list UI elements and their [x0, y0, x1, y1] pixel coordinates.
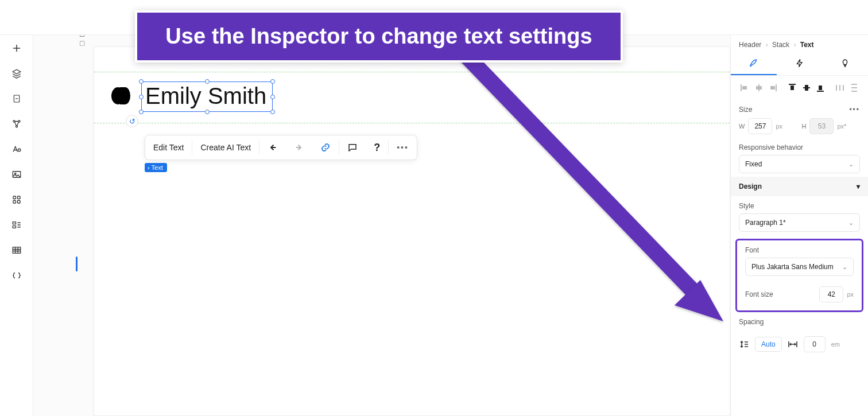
distribute-h-icon[interactable]: [834, 81, 846, 94]
svg-rect-12: [13, 222, 16, 224]
svg-rect-32: [851, 91, 857, 92]
more-icon[interactable]: •••: [389, 135, 417, 160]
breadcrumb-stack[interactable]: Stack: [772, 41, 789, 49]
image-icon[interactable]: [10, 168, 23, 181]
layers-icon[interactable]: [10, 67, 23, 80]
tab-design[interactable]: [731, 53, 777, 75]
page-icon[interactable]: [10, 92, 23, 105]
link-icon[interactable]: [312, 135, 339, 160]
canvas-area[interactable]: Desktop (Primary) Emily Smith ↺: [33, 35, 730, 416]
selected-text-value: Emily Smith: [145, 83, 266, 108]
resize-handle-bl[interactable]: [139, 110, 144, 114]
breadcrumb-text: Text: [800, 41, 814, 49]
rotate-handle[interactable]: ↺: [126, 115, 138, 127]
svg-rect-30: [851, 84, 857, 85]
height-input[interactable]: 53: [809, 118, 834, 134]
inspector-tabs: [731, 53, 868, 76]
letter-spacing-icon[interactable]: [788, 339, 798, 349]
font-label: Font: [745, 246, 759, 254]
device-label: Desktop (Primary): [78, 35, 86, 46]
svg-rect-24: [805, 85, 808, 91]
comment-icon[interactable]: [339, 135, 366, 160]
size-label: Size: [739, 106, 752, 114]
add-element-icon[interactable]: [10, 42, 23, 55]
svg-rect-20: [770, 86, 775, 90]
tab-interactions[interactable]: [777, 53, 823, 75]
style-select[interactable]: Paragraph 1*⌄: [739, 213, 860, 232]
align-middle-icon[interactable]: [801, 81, 812, 94]
letter-spacing-input[interactable]: 0: [804, 336, 826, 352]
font-settings-highlight: Font Plus Jakarta Sans Medium⌄ Font size…: [735, 239, 863, 312]
size-more-icon[interactable]: •••: [849, 106, 860, 114]
resize-handle-ml[interactable]: [139, 95, 144, 99]
distribute-v-icon[interactable]: [848, 81, 860, 94]
svg-rect-13: [13, 226, 16, 228]
back-icon[interactable]: [259, 135, 286, 160]
align-left-icon[interactable]: [739, 81, 750, 94]
align-top-icon[interactable]: [786, 81, 798, 94]
forward-icon[interactable]: [286, 135, 312, 160]
svg-rect-18: [756, 86, 762, 90]
line-height-icon[interactable]: [739, 339, 749, 349]
scroll-indicator: [76, 256, 78, 271]
align-right-icon[interactable]: [767, 81, 778, 94]
svg-rect-28: [839, 85, 840, 91]
width-input[interactable]: 257: [748, 118, 772, 134]
tab-ideas[interactable]: [822, 53, 868, 75]
breadcrumb-header[interactable]: Header: [739, 41, 761, 49]
left-toolbar: [0, 35, 33, 416]
responsive-select[interactable]: Fixed⌄: [739, 155, 860, 173]
resize-handle-bm[interactable]: [205, 110, 210, 114]
font-size-label: Font size: [745, 290, 773, 298]
svg-rect-31: [851, 87, 857, 88]
code-icon[interactable]: [10, 269, 23, 282]
components-icon[interactable]: [10, 118, 23, 130]
alignment-row: [731, 76, 868, 100]
svg-point-5: [18, 149, 21, 151]
line-height-auto[interactable]: Auto: [755, 337, 782, 352]
typography-icon[interactable]: [10, 143, 23, 155]
create-ai-text-button[interactable]: Create AI Text: [192, 135, 259, 160]
align-center-h-icon[interactable]: [753, 81, 764, 94]
chevron-down-icon: ⌄: [848, 161, 854, 168]
font-family-select[interactable]: Plus Jakarta Sans Medium⌄: [745, 258, 854, 276]
context-toolbar: Edit Text Create AI Text ?: [145, 135, 417, 160]
resize-handle-tm[interactable]: [205, 79, 210, 84]
svg-rect-15: [741, 84, 742, 91]
svg-rect-8: [13, 196, 16, 199]
annotation-text: Use the Inspector to change text setting…: [165, 24, 592, 48]
element-tag-badge[interactable]: ‹ Text: [145, 163, 167, 172]
svg-rect-27: [836, 85, 837, 91]
logo-placeholder[interactable]: [111, 87, 130, 104]
table-icon[interactable]: [10, 244, 23, 256]
spacing-label: Spacing: [739, 318, 764, 326]
font-size-input[interactable]: 42: [819, 286, 843, 302]
size-section: Size ••• W 257 px H 53 px*: [731, 100, 868, 138]
chevron-down-icon: ⌄: [842, 263, 847, 271]
spacing-section: Spacing: [731, 316, 868, 333]
design-section-header[interactable]: Design ▾: [731, 177, 868, 196]
apps-icon[interactable]: [10, 193, 23, 206]
svg-rect-19: [776, 84, 777, 91]
responsive-section: Responsive behavior Fixed⌄: [731, 138, 868, 177]
svg-rect-26: [819, 85, 822, 90]
svg-rect-21: [789, 84, 796, 85]
selected-text-element[interactable]: Emily Smith ↺: [141, 81, 273, 112]
align-bottom-icon[interactable]: [815, 81, 826, 94]
svg-rect-11: [17, 201, 20, 204]
letter-spacing-unit: em: [831, 341, 840, 348]
resize-handle-mr[interactable]: [270, 95, 275, 99]
svg-rect-14: [13, 247, 21, 254]
svg-rect-9: [17, 196, 20, 199]
resize-handle-tl[interactable]: [139, 79, 144, 84]
style-label: Style: [739, 202, 754, 210]
height-label: H: [802, 123, 807, 130]
help-icon[interactable]: ?: [366, 135, 388, 160]
cms-icon[interactable]: [10, 219, 23, 231]
svg-point-3: [18, 120, 20, 122]
page-surface[interactable]: Emily Smith ↺ Edit Text Create AI Text: [94, 46, 730, 416]
width-unit: px: [776, 123, 782, 130]
svg-point-4: [16, 126, 17, 127]
edit-text-button[interactable]: Edit Text: [145, 135, 192, 160]
svg-rect-22: [790, 85, 794, 90]
